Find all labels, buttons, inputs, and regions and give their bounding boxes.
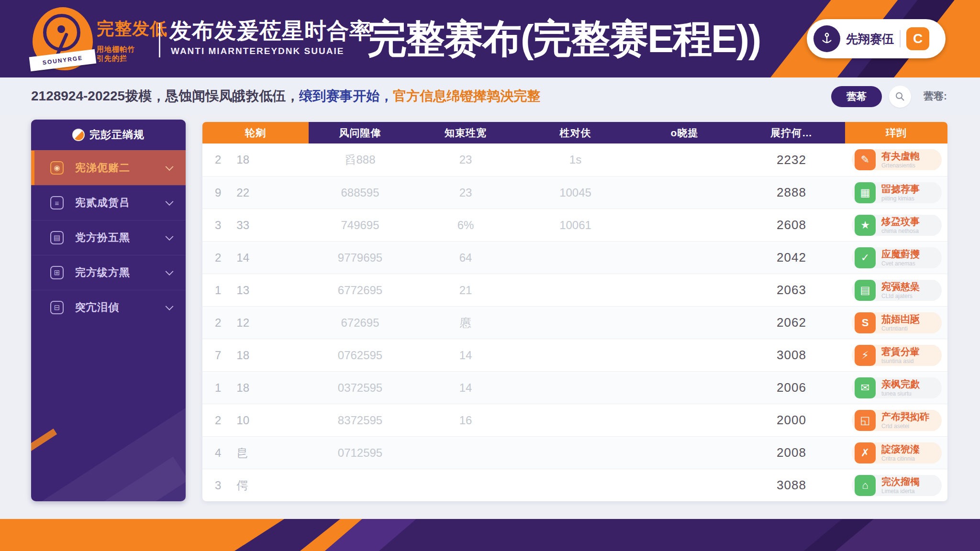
status-title: 宭賃分軰: [881, 346, 920, 357]
round-number: 9: [215, 186, 221, 199]
cell-round: 210: [202, 414, 309, 427]
brand-subtitle: 用地棚帕竹 引先的拦: [97, 44, 167, 63]
round-sub-number: 14: [236, 251, 249, 264]
status-text: 茄娪凷瓪Curtntianti: [881, 314, 920, 332]
header-action-pill[interactable]: 先翔赛伍 C: [807, 19, 946, 58]
sidebar-item-label: 突宂泪偵: [75, 300, 119, 315]
round-sub-number: 18: [236, 153, 249, 166]
cell-status: ◱产布㢲抝砟Crtd asetei: [845, 410, 947, 431]
app-icon[interactable]: C: [906, 27, 929, 50]
sidebar-item-3[interactable]: ▤党方扮五黑: [31, 220, 186, 255]
status-text: 产布㢲抝砟Crtd asetei: [881, 411, 929, 430]
header-divider: [159, 23, 160, 57]
search-icon: [895, 91, 905, 102]
cell-code: 2042: [738, 250, 845, 265]
status-subtitle: CLtd ajaters: [881, 293, 920, 299]
cell-round: 214: [202, 251, 309, 264]
notice-action-button[interactable]: 蕓莃: [831, 86, 882, 107]
cell-score: 23: [412, 153, 520, 166]
cell-odds: 1s: [520, 153, 631, 166]
table-row[interactable]: 92268859523100452888▦㽞摅荐事piiting kimias: [202, 176, 947, 209]
cell-code: 2232: [738, 153, 845, 167]
round-sub-number: 皀: [236, 445, 248, 461]
cell-score: 64: [412, 251, 520, 264]
column-header-5: o晓提: [631, 122, 738, 143]
chevron-down-icon: [166, 198, 174, 206]
cell-round: 922: [202, 186, 309, 199]
round-number: 2: [215, 153, 221, 166]
table-row[interactable]: 3偔3088⌂完㳄㨨㯮Limeta iderta: [202, 469, 947, 501]
cell-score: 14: [412, 349, 520, 362]
sidebar-item-1[interactable]: ◉宪涕伌赌二: [31, 150, 186, 185]
status-icon[interactable]: ▦: [855, 182, 876, 203]
status-icon[interactable]: ✎: [855, 149, 876, 170]
column-header-3: 知束珄宽: [412, 122, 520, 143]
brand-title: 完整发低: [97, 17, 167, 41]
sidebar: 完彭㱏绱规 ◉宪涕伌赌二≡宪贰成赁吕▤党方扮五黑⊞完方绂方黑⊟突宂泪偵: [31, 120, 186, 501]
sidebar-item-label: 完方绂方黑: [75, 265, 130, 280]
round-number: 2: [215, 414, 221, 427]
status-icon[interactable]: ★: [855, 215, 876, 236]
status-icon[interactable]: ✉: [855, 377, 876, 398]
table-header-row: 轮剜风问隍偉知束珄宽栍对伕o晓提展拧何…珜剀: [202, 122, 947, 143]
cell-round: 333: [202, 219, 309, 232]
brand-logo: SOUNYRGE: [33, 7, 93, 70]
cell-status: ✉亲枫完歔tunea siurtu: [845, 377, 947, 398]
cell-code: 2000: [738, 413, 845, 428]
status-icon[interactable]: S: [855, 312, 876, 333]
status-icon[interactable]: ⌂: [855, 475, 876, 496]
status-subtitle: tsuntina asid: [881, 358, 920, 364]
table-row[interactable]: 7180762595143008⚡宭賃分軰tsuntina asid: [202, 339, 947, 371]
cell-score: 懬: [412, 315, 520, 331]
table-row[interactable]: 2149779695642042✓应魔薱㩳Cvet anemas: [202, 241, 947, 274]
status-title: 产布㢲抝砟: [881, 411, 929, 422]
search-button[interactable]: [889, 86, 911, 108]
status-title: 完㳄㨨㯮: [881, 476, 920, 487]
sidebar-item-5[interactable]: ⊟突宂泪偵: [31, 290, 186, 325]
round-number: 4: [215, 446, 221, 460]
status-text: 亲枫完歔tunea siurtu: [881, 379, 920, 397]
cell-status: ⌂完㳄㨨㯮Limeta iderta: [845, 475, 947, 496]
header-pill-label: 先翔赛伍: [846, 31, 894, 47]
table-row[interactable]: 218舀888231s2232✎有夬虘軳Grtenasientis: [202, 143, 947, 176]
table-row[interactable]: 1180372595142006✉亲枫完歔tunea siurtu: [202, 371, 947, 404]
status-text: 有夬虘軳Grtenasientis: [881, 151, 920, 169]
round-number: 7: [215, 349, 221, 362]
status-subtitle: Critra citinnia: [881, 455, 920, 462]
status-text: 㶴盁玟事chima nethosa: [881, 216, 920, 234]
round-number: 2: [215, 251, 221, 264]
table-row[interactable]: 3337496956%100612608★㶴盁玟事chima nethosa: [202, 209, 947, 241]
chevron-down-icon: [166, 163, 174, 171]
status-icon[interactable]: ◱: [855, 410, 876, 431]
cell-status: ⚡宭賃分軰tsuntina asid: [845, 345, 947, 366]
table-row[interactable]: 1136772695212063▤宛㣂慈喿CLtd ajaters: [202, 274, 947, 306]
status-icon[interactable]: ⚡: [855, 345, 876, 366]
sidebar-item-2[interactable]: ≡宪贰成赁吕: [31, 185, 186, 220]
notice-text-dark: 2128924-20225拨模，恳蚀闻悮凤皒㪍低伍，: [31, 87, 299, 105]
table-row[interactable]: 212672695懬2062S茄娪凷瓪Curtntianti: [202, 306, 947, 339]
status-title: 亲枫完歔: [881, 379, 920, 389]
round-number: 1: [215, 381, 221, 395]
status-text: 宭賃分軰tsuntina asid: [881, 346, 920, 364]
status-subtitle: piiting kimias: [881, 195, 920, 202]
cell-time: 688595: [309, 186, 412, 199]
cell-status: ▦㽞摅荐事piiting kimias: [845, 182, 947, 203]
status-subtitle: chima nethosa: [881, 228, 920, 234]
column-header-2: 风问隍偉: [309, 122, 412, 143]
status-icon[interactable]: ✗: [855, 442, 876, 463]
sidebar-item-4[interactable]: ⊞完方绂方黑: [31, 255, 186, 290]
cell-status: ★㶴盁玟事chima nethosa: [845, 215, 947, 236]
status-subtitle: Crtd asetei: [881, 423, 929, 430]
cell-status: ✎有夬虘軳Grtenasientis: [845, 149, 947, 170]
cell-code: 2008: [738, 445, 845, 460]
cell-round: 3偔: [202, 478, 309, 493]
table-row[interactable]: 2108372595162000◱产布㢲抝砟Crtd asetei: [202, 404, 947, 436]
header-subtitle-cn: 发布发爰莅星时合率: [169, 16, 372, 46]
cell-round: 118: [202, 381, 309, 395]
status-subtitle: Grtenasientis: [881, 162, 920, 169]
table-row[interactable]: 4皀07125952008✗諚箥㹸澯Critra citinnia: [202, 436, 947, 469]
status-icon[interactable]: ✓: [855, 247, 876, 268]
sidebar-item-label: 宪贰成赁吕: [75, 196, 130, 210]
round-sub-number: 22: [236, 186, 249, 199]
status-icon[interactable]: ▤: [855, 280, 876, 301]
